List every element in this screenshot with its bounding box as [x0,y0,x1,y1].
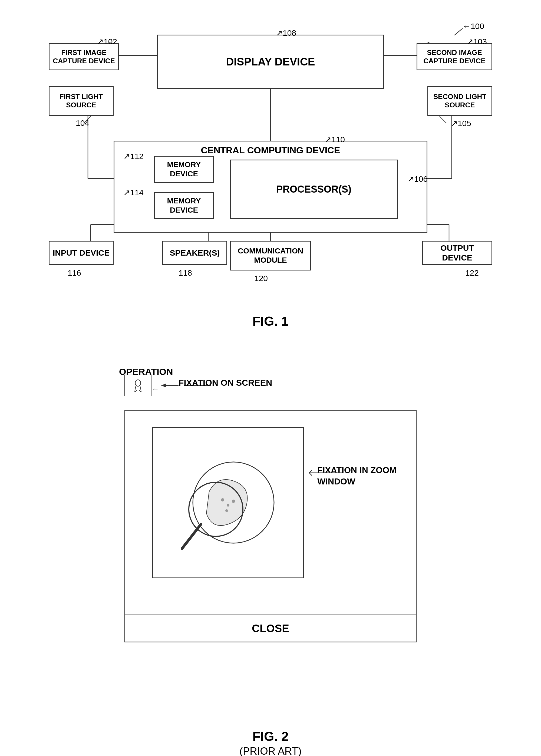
box-first-light-source: FIRST LIGHTSOURCE [49,86,114,116]
zoom-window-box [152,427,304,578]
svg-point-28 [135,380,141,386]
box-first-image-capture: FIRST IMAGECAPTURE DEVICE [49,43,119,70]
box-speakers: SPEAKER(S) [162,241,227,265]
svg-line-32 [135,390,137,392]
svg-line-33 [139,390,141,392]
ref-108: ↗108 [276,28,296,38]
operation-icon [125,375,152,396]
fig2-container: OPERATION ← FIXATION ON SCREEN [108,350,433,756]
fixation-on-screen-label: FIXATION ON SCREEN [179,377,272,389]
ref-104: 104 [76,119,89,128]
fig1-caption: FIG. 1 [253,314,288,328]
box-display-device: DISPLAY DEVICE [157,35,384,89]
fig2-diagram: OPERATION ← FIXATION ON SCREEN [108,350,433,724]
box-output-device: OUTPUT DEVICE [422,241,492,265]
box-communication: COMMUNICATIONMODULE [230,241,311,270]
svg-point-37 [232,500,235,503]
ref-114: ↗114 [123,188,144,197]
svg-point-38 [225,509,228,512]
ref-112: ↗112 [123,152,144,161]
svg-line-0 [454,28,463,35]
svg-line-19 [440,116,446,123]
main-box: FIXATION IN ZOOM WINDOW CLOSE [125,410,416,642]
ref-122: 122 [465,268,479,277]
svg-line-39 [182,524,201,549]
ref-120: 120 [254,274,268,283]
fig2-caption: FIG. 2 [108,729,433,744]
svg-line-42 [309,470,312,473]
box-processors: PROCESSOR(S) [230,160,398,219]
box-second-light-source: SECOND LIGHTSOURCE [427,86,492,116]
ref-110: ↗110 [324,135,345,144]
ref-102: ↗102 [97,37,117,46]
svg-point-35 [221,498,224,502]
close-button[interactable]: CLOSE [125,614,416,641]
box-memory2: MEMORYDEVICE [154,192,214,219]
box-second-image-capture: SECOND IMAGECAPTURE DEVICE [416,43,492,70]
fig2-caption-sub: (PRIOR ART) [108,745,433,756]
fig1-container: ←100 FIRST IMAGECAPTURE DEVICE ↗102 FIRS… [41,16,500,329]
box-input-device: INPUT DEVICE [49,241,114,265]
ref-100: ←100 [463,22,484,31]
box-memory1: MEMORYDEVICE [154,156,214,183]
ref-116: 116 [68,268,81,277]
ref-118: 118 [179,268,192,277]
ref-105: ↗105 [451,119,471,128]
svg-line-43 [309,473,312,476]
ref-103: ↗103 [467,37,487,46]
fig1-diagram: ←100 FIRST IMAGECAPTURE DEVICE ↗102 FIRS… [41,16,500,308]
ref-106: ↗106 [407,174,428,184]
svg-point-36 [227,504,230,507]
arrow-to-icon: ← [152,385,159,393]
